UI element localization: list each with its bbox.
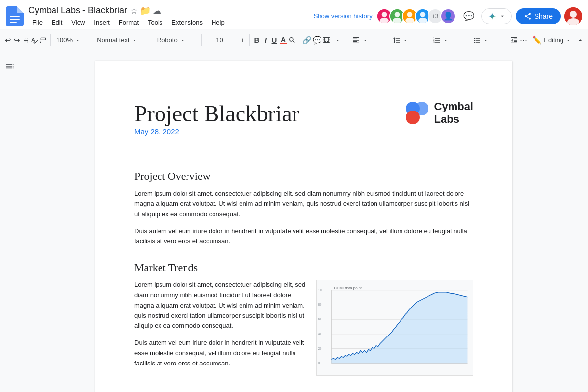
svg-text:100: 100	[318, 288, 324, 292]
menu-view[interactable]: View	[67, 18, 89, 27]
svg-text:40: 40	[318, 332, 322, 336]
line-spacing-selector[interactable]	[390, 34, 429, 46]
text-color-bar	[280, 43, 287, 44]
increase-font-button[interactable]: +	[239, 33, 246, 48]
font-size-selector[interactable]: 10	[213, 34, 238, 46]
toolbar-divider-1	[50, 34, 51, 46]
expand-toolbar-button[interactable]	[576, 33, 584, 48]
menu-help[interactable]: Help	[208, 18, 229, 27]
svg-point-11	[405, 17, 414, 23]
svg-point-16	[570, 11, 577, 18]
insert-comment-button[interactable]: 💬	[313, 33, 322, 48]
decrease-indent-button[interactable]	[510, 33, 518, 48]
editing-mode-label: Editing	[544, 36, 563, 44]
section-heading-market-trends: Market Trends	[134, 261, 473, 274]
font-selector[interactable]: Roboto	[154, 34, 198, 46]
svg-point-5	[380, 17, 389, 23]
menu-insert[interactable]: Insert	[90, 18, 114, 27]
alignment-selector[interactable]	[349, 34, 389, 46]
align-left-icon	[352, 36, 360, 44]
svg-point-4	[381, 12, 387, 17]
editing-mode-button[interactable]: ✏️ Editing	[528, 33, 575, 47]
zoom-dropdown-icon	[75, 37, 80, 43]
menu-extensions[interactable]: Extensions	[167, 18, 207, 27]
line-spacing-dropdown-icon	[402, 37, 408, 43]
project-overview-paragraph-2: Duis autem vel eum iriure dolor in hendr…	[134, 226, 473, 247]
menu-tools[interactable]: Tools	[144, 18, 166, 27]
market-chart: CPMI data point 0 20 40 60 80 100	[316, 280, 473, 376]
share-button[interactable]: Share	[516, 8, 561, 24]
collaborator-avatars: +3 👤	[376, 8, 456, 24]
more-options-button[interactable]: ⋯	[519, 33, 527, 48]
share-icon	[524, 12, 532, 20]
user-account-avatar[interactable]	[564, 7, 582, 25]
svg-point-20	[406, 111, 420, 124]
toolbar-divider-3	[151, 34, 151, 46]
style-value: Normal text	[97, 36, 129, 44]
menu-edit[interactable]: Edit	[48, 18, 66, 27]
svg-point-7	[394, 12, 400, 17]
doc-area: Project Blackbriar May 28, 2022 CymbalLa…	[20, 51, 588, 392]
document-title: Project Blackbriar	[134, 100, 299, 127]
undo-button[interactable]: ↩	[4, 33, 12, 48]
cymbal-logo-text: CymbalLabs	[434, 100, 473, 126]
market-section-content: Lorem ipsum dolor sit amet, consectetuer…	[134, 280, 473, 376]
svg-text:0: 0	[318, 361, 320, 364]
comments-button[interactable]: 💬	[460, 7, 478, 25]
version-history-link[interactable]: Show version history	[310, 10, 376, 22]
italic-button[interactable]: I	[262, 33, 269, 48]
chart-label: CPMI data point	[334, 286, 362, 290]
svg-text:60: 60	[318, 317, 322, 321]
section-heading-project-overview: Project Overview	[134, 170, 473, 183]
redo-button[interactable]: ↪	[13, 33, 21, 48]
menu-file[interactable]: File	[28, 18, 47, 27]
highlight-button[interactable]	[288, 33, 296, 48]
underline-button[interactable]: U	[270, 33, 278, 48]
doc-title[interactable]: Cymbal Labs - Blackbriar	[28, 5, 127, 16]
cymbal-logo: CymbalLabs	[405, 100, 473, 126]
gemini-dropdown-icon	[499, 13, 506, 20]
image-options-button[interactable]	[332, 35, 344, 45]
doc-title-area: Cymbal Labs - Blackbriar ☆ 📁 ☁ File Edit…	[28, 5, 310, 27]
spellcheck-button[interactable]	[30, 33, 38, 48]
font-dropdown-icon	[180, 37, 186, 43]
svg-rect-1	[10, 19, 20, 20]
gemini-button[interactable]	[481, 8, 512, 24]
image-options-dropdown	[335, 37, 341, 43]
list-ordered-selector[interactable]	[430, 34, 469, 46]
text-color-button[interactable]: A	[279, 33, 287, 48]
bold-button[interactable]: B	[253, 33, 261, 48]
zoom-selector[interactable]: 100%	[53, 34, 88, 46]
editing-mode-icon: ✏️	[532, 35, 542, 45]
style-selector[interactable]: Normal text	[94, 34, 148, 46]
folder-icon[interactable]: 📁	[140, 5, 151, 16]
top-bar: Cymbal Labs - Blackbriar ☆ 📁 ☁ File Edit…	[0, 0, 588, 29]
star-icon[interactable]: ☆	[130, 5, 138, 16]
svg-text:80: 80	[318, 303, 322, 307]
decrease-font-button[interactable]: −	[204, 33, 212, 48]
menu-format[interactable]: Format	[115, 18, 143, 27]
alignment-dropdown-icon	[362, 37, 368, 43]
style-dropdown-icon	[132, 37, 137, 43]
print-button[interactable]: 🖨	[22, 33, 29, 48]
toolbar-divider-4	[201, 34, 202, 46]
toolbar-divider-5	[249, 34, 250, 46]
anonymous-collaborator: 👤	[440, 8, 456, 24]
market-trends-paragraph-2: Duis autem vel eum iriure dolor in hendr…	[134, 338, 306, 368]
insert-link-button[interactable]: 🔗	[302, 33, 312, 48]
outline-toggle-button[interactable]	[2, 59, 17, 74]
cloud-icon[interactable]: ☁	[153, 5, 161, 16]
market-trends-paragraph-1: Lorem ipsum dolor sit amet, consectetuer…	[134, 280, 306, 331]
font-value: Roboto	[157, 36, 178, 44]
sidebar-toggle	[0, 51, 20, 392]
list-unordered-selector[interactable]	[470, 34, 509, 46]
project-overview-paragraph-1: Lorem ipsum dolor sit amet, consectetuer…	[134, 189, 473, 219]
main-area: Project Blackbriar May 28, 2022 CymbalLa…	[0, 51, 588, 392]
insert-image-button[interactable]: 🖼	[323, 33, 331, 48]
paint-format-button[interactable]	[39, 33, 47, 48]
market-chart-svg: CPMI data point 0 20 40 60 80 100	[317, 280, 473, 375]
ordered-list-icon	[433, 36, 441, 44]
market-text: Lorem ipsum dolor sit amet, consectetuer…	[134, 280, 306, 375]
project-overview-section: Project Overview Lorem ipsum dolor sit a…	[134, 170, 473, 247]
document-date: May 28, 2022	[134, 127, 299, 136]
